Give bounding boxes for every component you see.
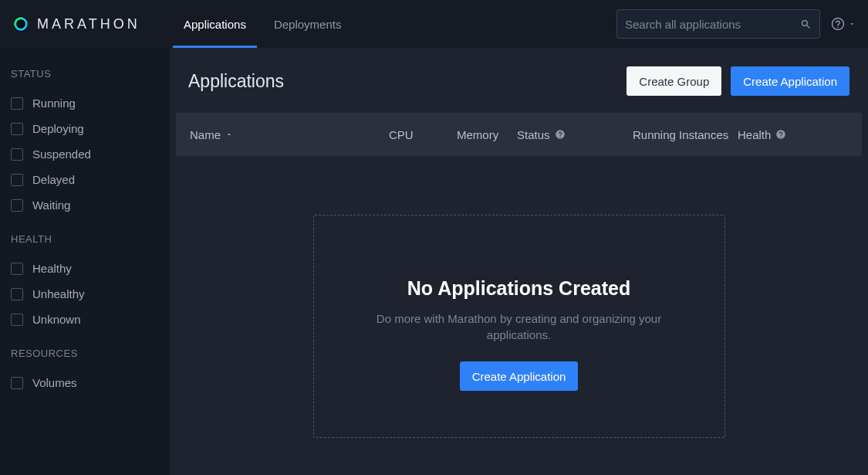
- column-label: Name: [190, 128, 221, 141]
- sidebar-item-label: Waiting: [32, 198, 70, 212]
- help-icon: [831, 17, 845, 31]
- topbar: MARATHON Applications Deployments: [0, 0, 868, 48]
- column-status[interactable]: Status: [517, 128, 633, 141]
- tab-applications[interactable]: Applications: [170, 0, 260, 48]
- sidebar-item-suspended[interactable]: Suspended: [11, 141, 159, 167]
- sidebar-heading-health: HEALTH: [11, 233, 159, 245]
- search-box[interactable]: [616, 9, 820, 39]
- empty-state-subtitle: Do more with Marathon by creating and or…: [345, 310, 694, 343]
- caret-down-icon: [848, 20, 856, 28]
- sidebar-item-label: Volumes: [32, 376, 77, 389]
- checkbox-icon[interactable]: [11, 148, 23, 161]
- column-memory[interactable]: Memory: [457, 128, 517, 141]
- help-icon[interactable]: [555, 129, 566, 140]
- main-content: Applications Create Group Create Applica…: [170, 48, 868, 475]
- checkbox-icon[interactable]: [11, 314, 23, 326]
- checkbox-icon[interactable]: [11, 97, 23, 110]
- checkbox-icon[interactable]: [11, 199, 23, 212]
- sidebar-item-volumes[interactable]: Volumes: [11, 370, 159, 395]
- sidebar-item-unhealthy[interactable]: Unhealthy: [11, 281, 159, 307]
- column-health[interactable]: Health: [738, 128, 848, 141]
- sidebar-item-label: Healthy: [32, 262, 72, 275]
- search-input[interactable]: [625, 18, 800, 31]
- sidebar: STATUS Running Deploying Suspended Delay…: [0, 48, 170, 475]
- sidebar-item-waiting[interactable]: Waiting: [11, 192, 159, 218]
- table-header: Name CPU Memory Status Running Instances…: [176, 113, 862, 156]
- checkbox-icon[interactable]: [11, 288, 23, 300]
- checkbox-icon[interactable]: [11, 263, 23, 275]
- column-running-instances[interactable]: Running Instances: [633, 128, 738, 141]
- empty-state: No Applications Created Do more with Mar…: [313, 215, 725, 438]
- page-header: Applications Create Group Create Applica…: [170, 48, 868, 113]
- help-icon[interactable]: [775, 129, 786, 140]
- sidebar-item-label: Suspended: [32, 148, 91, 161]
- sidebar-item-delayed[interactable]: Delayed: [11, 167, 159, 192]
- sidebar-heading-resources: RESOURCES: [11, 348, 159, 359]
- checkbox-icon[interactable]: [11, 123, 23, 135]
- column-name[interactable]: Name: [190, 128, 389, 141]
- nav-tabs: Applications Deployments: [170, 0, 355, 48]
- sidebar-item-deploying[interactable]: Deploying: [11, 116, 159, 141]
- search-icon[interactable]: [800, 19, 812, 30]
- sidebar-item-label: Unknown: [32, 313, 81, 326]
- tab-deployments[interactable]: Deployments: [260, 0, 356, 48]
- sidebar-item-unknown[interactable]: Unknown: [11, 307, 159, 332]
- sidebar-heading-status: STATUS: [11, 68, 159, 80]
- sidebar-item-healthy[interactable]: Healthy: [11, 256, 159, 281]
- marathon-logo-icon: [12, 15, 29, 32]
- create-group-button[interactable]: Create Group: [627, 66, 721, 96]
- create-application-button[interactable]: Create Application: [460, 361, 579, 391]
- column-label: Health: [738, 128, 771, 141]
- column-label: Status: [517, 128, 550, 141]
- sidebar-item-label: Unhealthy: [32, 287, 85, 300]
- help-menu[interactable]: [831, 17, 856, 31]
- column-cpu[interactable]: CPU: [389, 128, 457, 141]
- sidebar-item-label: Deploying: [32, 122, 84, 135]
- sidebar-item-label: Delayed: [32, 173, 75, 186]
- sort-asc-icon: [225, 131, 233, 138]
- sidebar-item-running[interactable]: Running: [11, 90, 159, 116]
- checkbox-icon[interactable]: [11, 377, 23, 389]
- checkbox-icon[interactable]: [11, 174, 23, 186]
- sidebar-item-label: Running: [32, 97, 76, 110]
- create-application-button[interactable]: Create Application: [731, 66, 849, 96]
- empty-state-title: No Applications Created: [345, 277, 694, 300]
- page-title: Applications: [188, 71, 284, 92]
- logo[interactable]: MARATHON: [12, 15, 170, 32]
- brand-text: MARATHON: [37, 16, 140, 32]
